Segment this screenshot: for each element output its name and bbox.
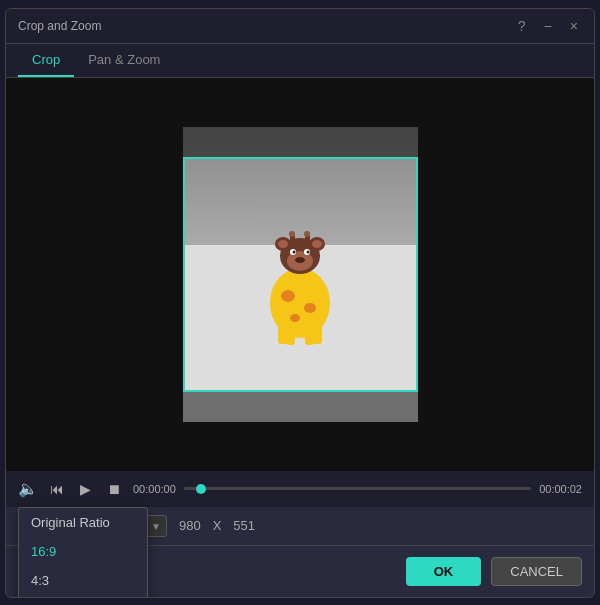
- title-bar-left: Crop and Zoom: [18, 19, 101, 33]
- close-button[interactable]: ×: [566, 16, 582, 36]
- dropdown-item-1-1[interactable]: 1:1: [19, 595, 147, 598]
- crop-box[interactable]: [183, 157, 418, 392]
- time-total: 00:00:02: [539, 483, 582, 495]
- stop-button[interactable]: ⏹: [103, 479, 125, 499]
- ratio-dropdown-menu: Original Ratio 16:9 4:3 1:1 9:16 Custom: [18, 507, 148, 598]
- ok-button[interactable]: OK: [406, 557, 482, 586]
- volume-icon[interactable]: 🔈: [18, 479, 38, 498]
- crop-overlay-top: [183, 127, 418, 157]
- play-button[interactable]: ▶: [76, 479, 95, 499]
- ratio-section: Ratio: 16:9 Original Ratio 4:3 1:1 9:16 …: [6, 507, 594, 545]
- minimize-button[interactable]: −: [540, 16, 556, 36]
- crop-and-zoom-dialog: Crop and Zoom ? − × Crop Pan & Zoom: [5, 8, 595, 598]
- progress-bar[interactable]: [184, 487, 531, 490]
- controls-bar: 🔈 ⏮ ▶ ⏹ 00:00:00 00:00:02: [6, 471, 594, 507]
- dialog-title: Crop and Zoom: [18, 19, 101, 33]
- dropdown-item-4-3[interactable]: 4:3: [19, 566, 147, 595]
- crop-overlay-bottom: [183, 392, 418, 422]
- action-right: OK CANCEL: [406, 557, 582, 586]
- time-current: 00:00:00: [133, 483, 176, 495]
- tab-bar: Crop Pan & Zoom: [6, 44, 594, 78]
- video-container: [183, 127, 418, 422]
- title-bar-right: ? − ×: [514, 16, 582, 36]
- cancel-button[interactable]: CANCEL: [491, 557, 582, 586]
- tab-crop[interactable]: Crop: [18, 44, 74, 77]
- dimensions-separator: X: [213, 518, 222, 533]
- dimensions-width: 980: [179, 518, 201, 533]
- tab-pan-zoom[interactable]: Pan & Zoom: [74, 44, 174, 77]
- step-back-button[interactable]: ⏮: [46, 479, 68, 499]
- dropdown-item-original[interactable]: Original Ratio: [19, 508, 147, 537]
- help-button[interactable]: ?: [514, 16, 530, 36]
- video-preview-area: [6, 78, 594, 471]
- title-bar: Crop and Zoom ? − ×: [6, 9, 594, 44]
- dropdown-item-16-9[interactable]: 16:9: [19, 537, 147, 566]
- dimensions-height: 551: [233, 518, 255, 533]
- progress-thumb[interactable]: [196, 484, 206, 494]
